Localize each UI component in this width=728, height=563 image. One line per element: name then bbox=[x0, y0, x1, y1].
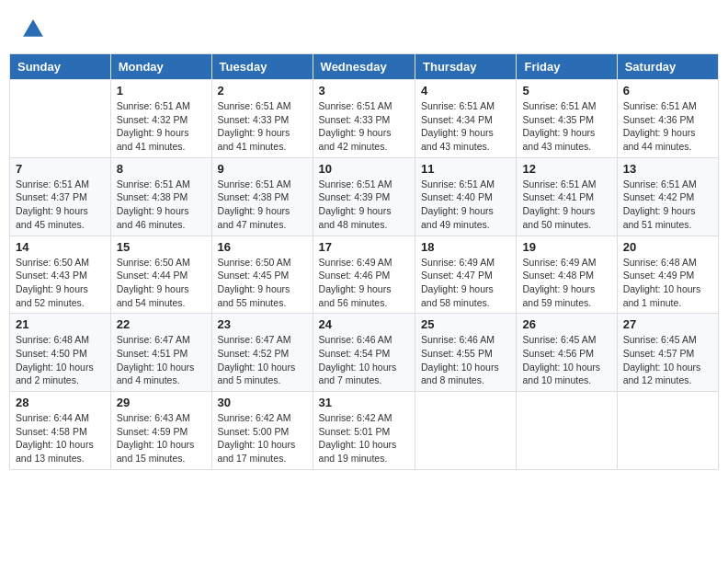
day-number: 11 bbox=[421, 162, 510, 176]
week-row-5: 28Sunrise: 6:44 AM Sunset: 4:58 PM Dayli… bbox=[10, 392, 719, 470]
day-cell: 12Sunrise: 6:51 AM Sunset: 4:41 PM Dayli… bbox=[517, 157, 617, 236]
col-header-thursday: Thursday bbox=[415, 54, 517, 80]
day-number: 31 bbox=[319, 396, 409, 409]
day-info: Sunrise: 6:49 AM Sunset: 4:46 PM Dayligh… bbox=[319, 256, 409, 310]
day-info: Sunrise: 6:49 AM Sunset: 4:48 PM Dayligh… bbox=[522, 256, 610, 310]
day-number: 4 bbox=[421, 84, 510, 98]
day-info: Sunrise: 6:51 AM Sunset: 4:35 PM Dayligh… bbox=[522, 99, 610, 154]
day-number: 7 bbox=[16, 162, 105, 176]
day-cell: 23Sunrise: 6:47 AM Sunset: 4:52 PM Dayli… bbox=[211, 314, 313, 392]
day-info: Sunrise: 6:51 AM Sunset: 4:38 PM Dayligh… bbox=[218, 178, 307, 232]
day-number: 12 bbox=[522, 162, 610, 176]
day-cell: 10Sunrise: 6:51 AM Sunset: 4:39 PM Dayli… bbox=[313, 157, 415, 236]
day-number: 13 bbox=[623, 162, 712, 176]
week-row-3: 14Sunrise: 6:50 AM Sunset: 4:43 PM Dayli… bbox=[10, 236, 719, 314]
day-number: 27 bbox=[623, 317, 712, 331]
day-info: Sunrise: 6:45 AM Sunset: 4:56 PM Dayligh… bbox=[522, 333, 610, 387]
day-cell: 5Sunrise: 6:51 AM Sunset: 4:35 PM Daylig… bbox=[517, 80, 617, 158]
day-number: 19 bbox=[522, 240, 610, 254]
day-cell: 22Sunrise: 6:47 AM Sunset: 4:51 PM Dayli… bbox=[110, 314, 211, 392]
day-cell: 25Sunrise: 6:46 AM Sunset: 4:55 PM Dayli… bbox=[415, 314, 517, 392]
day-info: Sunrise: 6:49 AM Sunset: 4:47 PM Dayligh… bbox=[421, 256, 510, 310]
day-info: Sunrise: 6:44 AM Sunset: 4:58 PM Dayligh… bbox=[16, 411, 105, 465]
week-row-1: 1Sunrise: 6:51 AM Sunset: 4:32 PM Daylig… bbox=[10, 80, 719, 158]
svg-marker-0 bbox=[23, 19, 43, 37]
day-info: Sunrise: 6:51 AM Sunset: 4:40 PM Dayligh… bbox=[421, 178, 510, 232]
day-info: Sunrise: 6:47 AM Sunset: 4:51 PM Dayligh… bbox=[117, 333, 206, 387]
day-number: 24 bbox=[319, 317, 409, 331]
day-cell: 7Sunrise: 6:51 AM Sunset: 4:37 PM Daylig… bbox=[10, 157, 111, 236]
day-info: Sunrise: 6:51 AM Sunset: 4:42 PM Dayligh… bbox=[623, 178, 712, 232]
day-cell bbox=[10, 80, 111, 158]
day-number: 3 bbox=[319, 84, 409, 98]
day-info: Sunrise: 6:47 AM Sunset: 4:52 PM Dayligh… bbox=[218, 333, 307, 387]
day-number: 8 bbox=[117, 162, 206, 176]
day-info: Sunrise: 6:51 AM Sunset: 4:41 PM Dayligh… bbox=[522, 178, 610, 232]
day-number: 23 bbox=[218, 317, 307, 331]
day-number: 22 bbox=[117, 317, 206, 331]
day-info: Sunrise: 6:51 AM Sunset: 4:38 PM Dayligh… bbox=[117, 178, 206, 232]
day-cell: 3Sunrise: 6:51 AM Sunset: 4:33 PM Daylig… bbox=[313, 80, 415, 158]
day-info: Sunrise: 6:51 AM Sunset: 4:32 PM Dayligh… bbox=[117, 99, 206, 154]
day-number: 18 bbox=[421, 240, 510, 254]
day-number: 2 bbox=[218, 84, 307, 98]
day-cell: 18Sunrise: 6:49 AM Sunset: 4:47 PM Dayli… bbox=[415, 236, 517, 314]
day-cell bbox=[617, 392, 718, 470]
day-cell: 27Sunrise: 6:45 AM Sunset: 4:57 PM Dayli… bbox=[617, 314, 718, 392]
day-info: Sunrise: 6:42 AM Sunset: 5:01 PM Dayligh… bbox=[319, 411, 409, 465]
col-header-monday: Monday bbox=[110, 54, 211, 80]
day-cell bbox=[517, 392, 617, 470]
logo-icon bbox=[20, 17, 46, 42]
day-info: Sunrise: 6:51 AM Sunset: 4:36 PM Dayligh… bbox=[623, 99, 712, 154]
day-info: Sunrise: 6:51 AM Sunset: 4:39 PM Dayligh… bbox=[319, 178, 409, 232]
day-cell bbox=[415, 392, 517, 470]
day-number: 26 bbox=[522, 317, 610, 331]
day-cell: 21Sunrise: 6:48 AM Sunset: 4:50 PM Dayli… bbox=[10, 314, 111, 392]
week-row-4: 21Sunrise: 6:48 AM Sunset: 4:50 PM Dayli… bbox=[10, 314, 719, 392]
day-number: 20 bbox=[623, 240, 712, 254]
header bbox=[9, 9, 719, 50]
day-number: 21 bbox=[16, 317, 105, 331]
day-cell: 17Sunrise: 6:49 AM Sunset: 4:46 PM Dayli… bbox=[313, 236, 415, 314]
week-row-2: 7Sunrise: 6:51 AM Sunset: 4:37 PM Daylig… bbox=[10, 157, 719, 236]
col-header-wednesday: Wednesday bbox=[313, 54, 415, 80]
day-info: Sunrise: 6:48 AM Sunset: 4:49 PM Dayligh… bbox=[623, 256, 712, 310]
day-info: Sunrise: 6:51 AM Sunset: 4:34 PM Dayligh… bbox=[421, 99, 510, 154]
day-cell: 2Sunrise: 6:51 AM Sunset: 4:33 PM Daylig… bbox=[211, 80, 313, 158]
day-number: 9 bbox=[218, 162, 307, 176]
day-cell: 28Sunrise: 6:44 AM Sunset: 4:58 PM Dayli… bbox=[10, 392, 111, 470]
day-number: 17 bbox=[319, 240, 409, 254]
day-cell: 20Sunrise: 6:48 AM Sunset: 4:49 PM Dayli… bbox=[617, 236, 718, 314]
day-cell: 24Sunrise: 6:46 AM Sunset: 4:54 PM Dayli… bbox=[313, 314, 415, 392]
day-cell: 4Sunrise: 6:51 AM Sunset: 4:34 PM Daylig… bbox=[415, 80, 517, 158]
day-info: Sunrise: 6:46 AM Sunset: 4:54 PM Dayligh… bbox=[319, 333, 409, 387]
day-cell: 16Sunrise: 6:50 AM Sunset: 4:45 PM Dayli… bbox=[211, 236, 313, 314]
day-cell: 31Sunrise: 6:42 AM Sunset: 5:01 PM Dayli… bbox=[313, 392, 415, 470]
day-info: Sunrise: 6:51 AM Sunset: 4:33 PM Dayligh… bbox=[319, 99, 409, 154]
day-cell: 11Sunrise: 6:51 AM Sunset: 4:40 PM Dayli… bbox=[415, 157, 517, 236]
day-cell: 14Sunrise: 6:50 AM Sunset: 4:43 PM Dayli… bbox=[10, 236, 111, 314]
day-cell: 19Sunrise: 6:49 AM Sunset: 4:48 PM Dayli… bbox=[517, 236, 617, 314]
day-number: 16 bbox=[218, 240, 307, 254]
col-header-saturday: Saturday bbox=[617, 54, 718, 80]
col-header-friday: Friday bbox=[517, 54, 617, 80]
day-info: Sunrise: 6:43 AM Sunset: 4:59 PM Dayligh… bbox=[117, 411, 206, 465]
col-header-tuesday: Tuesday bbox=[211, 54, 313, 80]
day-info: Sunrise: 6:45 AM Sunset: 4:57 PM Dayligh… bbox=[623, 333, 712, 387]
day-cell: 1Sunrise: 6:51 AM Sunset: 4:32 PM Daylig… bbox=[110, 80, 211, 158]
day-number: 6 bbox=[623, 84, 712, 98]
day-number: 5 bbox=[522, 84, 610, 98]
day-cell: 8Sunrise: 6:51 AM Sunset: 4:38 PM Daylig… bbox=[110, 157, 211, 236]
logo bbox=[18, 17, 46, 42]
day-number: 25 bbox=[421, 317, 510, 331]
day-number: 1 bbox=[117, 84, 206, 98]
day-info: Sunrise: 6:51 AM Sunset: 4:37 PM Dayligh… bbox=[16, 178, 105, 232]
day-number: 29 bbox=[117, 396, 206, 409]
day-cell: 26Sunrise: 6:45 AM Sunset: 4:56 PM Dayli… bbox=[517, 314, 617, 392]
day-info: Sunrise: 6:50 AM Sunset: 4:44 PM Dayligh… bbox=[117, 256, 206, 310]
day-info: Sunrise: 6:48 AM Sunset: 4:50 PM Dayligh… bbox=[16, 333, 105, 387]
day-cell: 13Sunrise: 6:51 AM Sunset: 4:42 PM Dayli… bbox=[617, 157, 718, 236]
day-cell: 15Sunrise: 6:50 AM Sunset: 4:44 PM Dayli… bbox=[110, 236, 211, 314]
day-info: Sunrise: 6:42 AM Sunset: 5:00 PM Dayligh… bbox=[218, 411, 307, 465]
day-cell: 30Sunrise: 6:42 AM Sunset: 5:00 PM Dayli… bbox=[211, 392, 313, 470]
